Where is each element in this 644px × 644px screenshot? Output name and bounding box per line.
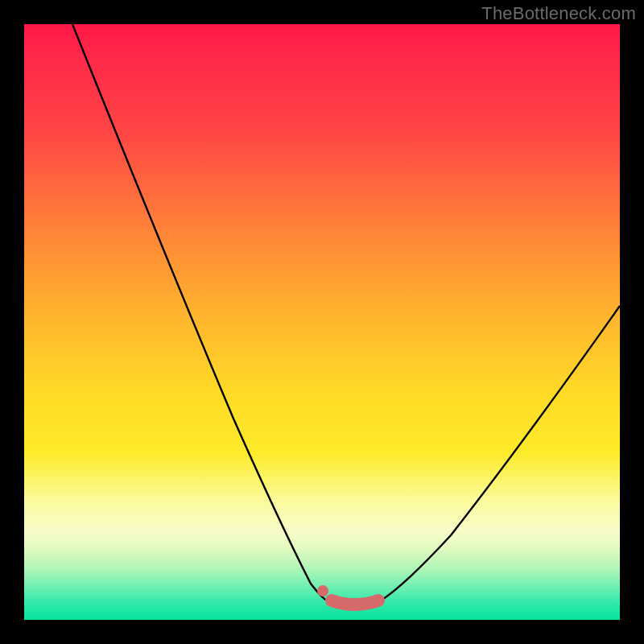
flat-segment	[332, 601, 378, 605]
curve-svg	[24, 24, 620, 620]
watermark-text: TheBottleneck.com	[481, 3, 636, 24]
left-dot-icon	[317, 585, 328, 597]
plot-area	[24, 24, 620, 620]
left-curve	[72, 24, 330, 602]
right-curve	[378, 306, 620, 602]
chart-frame: TheBottleneck.com	[0, 0, 644, 644]
